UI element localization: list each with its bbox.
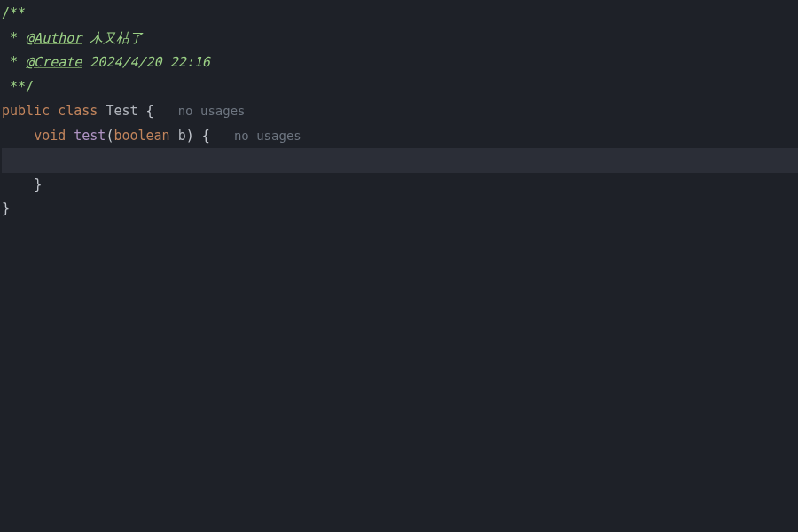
- usages-hint[interactable]: no usages: [234, 129, 301, 143]
- space: [50, 103, 58, 119]
- indent: [2, 128, 34, 144]
- indent: [2, 176, 34, 192]
- open-brace: {: [146, 103, 154, 119]
- code-line[interactable]: public class Test { no usages: [2, 99, 798, 124]
- class-identifier: Test: [106, 103, 137, 119]
- code-line[interactable]: * @Create 2024/4/20 22:16: [2, 51, 798, 75]
- code-line[interactable]: }: [2, 173, 798, 198]
- javadoc-author-tag: @Author: [26, 30, 82, 46]
- javadoc-author-value: 木又枯了: [90, 30, 143, 46]
- keyword-public: public: [2, 103, 50, 119]
- usages-hint[interactable]: no usages: [178, 104, 246, 118]
- keyword-boolean: boolean: [113, 128, 169, 144]
- comment-close: **/: [2, 79, 34, 95]
- current-line[interactable]: [2, 148, 798, 173]
- code-line[interactable]: * @Author 木又枯了: [2, 27, 798, 51]
- open-brace: {: [202, 128, 210, 144]
- space: [66, 128, 74, 144]
- keyword-class: class: [58, 103, 98, 119]
- code-editor[interactable]: /** * @Author 木又枯了 * @Create 2024/4/20 2…: [0, 0, 798, 222]
- method-identifier: test: [74, 128, 106, 144]
- code-line[interactable]: void test(boolean b) { no usages: [2, 124, 798, 149]
- code-line[interactable]: **/: [2, 75, 798, 100]
- comment-star: *: [2, 30, 26, 46]
- close-paren: ): [186, 128, 194, 144]
- javadoc-create-tag: @Create: [26, 54, 82, 70]
- space: [138, 103, 146, 119]
- keyword-void: void: [34, 128, 66, 144]
- comment-star: *: [2, 54, 26, 70]
- space: [210, 128, 234, 144]
- close-brace: }: [2, 200, 10, 216]
- space: [170, 128, 178, 144]
- param-identifier: b: [178, 128, 186, 144]
- space: [82, 54, 90, 70]
- javadoc-create-value: 2024/4/20 22:16: [90, 54, 209, 70]
- close-brace: }: [34, 176, 42, 192]
- space: [154, 103, 178, 119]
- code-line[interactable]: }: [2, 197, 798, 222]
- space: [194, 128, 202, 144]
- space: [82, 30, 90, 46]
- code-line[interactable]: /**: [2, 2, 798, 27]
- comment-open: /**: [2, 5, 26, 21]
